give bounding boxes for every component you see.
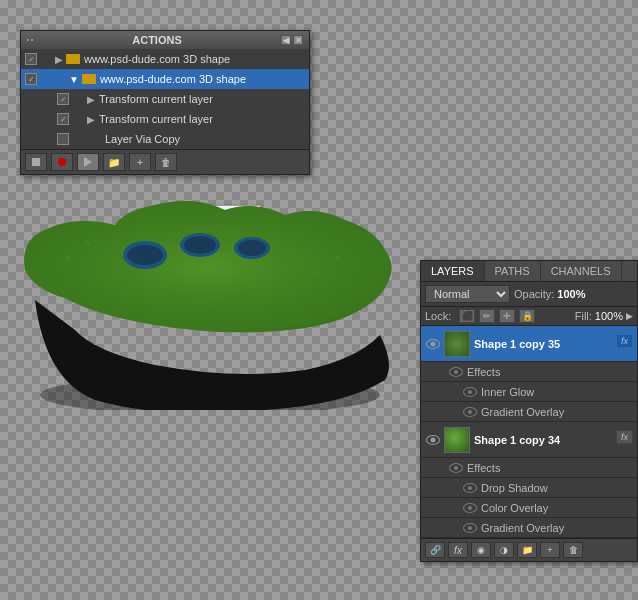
new-layer-btn[interactable]: +	[540, 542, 560, 558]
layers-panel-toolbar: 🔗 fx ◉ ◑ 📁 + 🗑	[421, 538, 637, 561]
layer-thumb-1	[444, 331, 470, 357]
action-row-3[interactable]: ▶ Transform current layer	[21, 89, 309, 109]
action-label-2: www.psd-dude.com 3D shape	[100, 73, 305, 85]
blend-mode-select[interactable]: Normal Multiply Screen	[425, 285, 510, 303]
panel-collapse-btn[interactable]: ◀	[281, 35, 291, 45]
adjustment-icon: ◑	[500, 545, 508, 555]
actions-panel-title: ACTIONS	[132, 34, 182, 46]
effect-row-effects-1[interactable]: Effects	[421, 362, 637, 382]
effect-row-effects-2[interactable]: Effects	[421, 458, 637, 478]
layer-name-1: Shape 1 copy 35	[474, 338, 633, 350]
effect-label-drop-shadow: Drop Shadow	[481, 482, 548, 494]
action-row-5[interactable]: Layer Via Copy	[21, 129, 309, 149]
layer-row-shape1copy35[interactable]: Shape 1 copy 35 fx	[421, 326, 637, 362]
layer-thumb-img-2	[445, 428, 469, 452]
effect-label-gradient-overlay-2: Gradient Overlay	[481, 522, 564, 534]
lock-image-btn[interactable]: ✏	[479, 309, 495, 323]
lock-all-btn[interactable]: 🔒	[519, 309, 535, 323]
layers-panel: LAYERS PATHS CHANNELS Normal Multiply Sc…	[420, 260, 638, 562]
effect-eye-icon-color-overlay	[463, 503, 477, 513]
new-group-btn[interactable]: 📁	[517, 542, 537, 558]
lock-position-icon: ✛	[503, 311, 511, 321]
fill-label: Fill:	[575, 310, 592, 322]
fill-control: Fill: 100% ▶	[575, 310, 633, 322]
layer-thumb-img-1	[445, 332, 469, 356]
panel-close-btn[interactable]: ✕	[293, 35, 303, 45]
fx-badge-2: fx	[616, 430, 633, 444]
lock-position-btn[interactable]: ✛	[499, 309, 515, 323]
link-icon: 🔗	[430, 545, 441, 555]
opacity-control: Opacity: 100%	[514, 288, 586, 300]
eye-icon-1	[426, 339, 440, 349]
effect-label-effects-1: Effects	[467, 366, 500, 378]
fx-badge-1: fx	[616, 334, 633, 348]
action-label-3: Transform current layer	[99, 93, 305, 105]
lock-transparent-icon: ⬛	[462, 311, 473, 321]
tab-channels[interactable]: CHANNELS	[541, 261, 622, 281]
layer-visibility-toggle-2[interactable]	[425, 432, 441, 448]
eye-icon-2	[426, 435, 440, 445]
action-row-group1[interactable]: ▶ www.psd-dude.com 3D shape	[21, 49, 309, 69]
effect-eye-icon-drop-shadow	[463, 483, 477, 493]
trash-icon: 🗑	[161, 157, 171, 168]
group-icon: 📁	[522, 545, 533, 555]
hole-3-inner	[238, 240, 266, 256]
record-button[interactable]	[51, 153, 73, 171]
lock-pixels-btn[interactable]: ⬛	[459, 309, 475, 323]
action-label-4: Transform current layer	[99, 113, 305, 125]
shape-grass-texture	[24, 201, 391, 332]
effect-label-gradient-overlay-1: Gradient Overlay	[481, 406, 564, 418]
style-icon: fx	[454, 545, 462, 556]
new-action-button[interactable]: +	[129, 153, 151, 171]
delete-action-button[interactable]: 🗑	[155, 153, 177, 171]
stop-button[interactable]	[25, 153, 47, 171]
fill-value[interactable]: 100%	[595, 310, 623, 322]
layer-thumb-2	[444, 427, 470, 453]
effect-row-gradient-overlay-2[interactable]: Gradient Overlay	[421, 518, 637, 538]
fill-arrow-icon[interactable]: ▶	[626, 311, 633, 321]
delete-layer-btn[interactable]: 🗑	[563, 542, 583, 558]
action-checkbox-marker-5	[72, 133, 84, 145]
tab-paths[interactable]: PATHS	[485, 261, 541, 281]
new-action-set-button[interactable]: 📁	[103, 153, 125, 171]
action-label-1: www.psd-dude.com 3D shape	[84, 53, 305, 65]
effect-eye-icon-effects-2	[449, 463, 463, 473]
add-style-btn[interactable]: fx	[448, 542, 468, 558]
action-checkbox-2[interactable]	[25, 73, 37, 85]
tab-layers[interactable]: LAYERS	[421, 261, 485, 281]
panel-resize-controls[interactable]	[27, 39, 33, 41]
action-checkbox-3[interactable]	[57, 93, 69, 105]
action-folder-icon-1	[66, 54, 80, 64]
add-mask-btn[interactable]: ◉	[471, 542, 491, 558]
effect-eye-icon-effects-1	[449, 367, 463, 377]
effect-label-effects-2: Effects	[467, 462, 500, 474]
action-checkbox-1[interactable]	[25, 53, 37, 65]
effect-row-drop-shadow[interactable]: Drop Shadow	[421, 478, 637, 498]
action-checkbox-5[interactable]	[57, 133, 69, 145]
layer-visibility-toggle-1[interactable]	[425, 336, 441, 352]
layers-panel-tabs: LAYERS PATHS CHANNELS	[421, 261, 637, 282]
action-checkbox-4[interactable]	[57, 113, 69, 125]
lock-image-icon: ✏	[483, 311, 491, 321]
play-icon	[84, 157, 92, 167]
lock-fill-row: Lock: ⬛ ✏ ✛ 🔒 Fill: 100% ▶	[421, 307, 637, 326]
opacity-value[interactable]: 100%	[557, 288, 585, 300]
layer-row-shape1copy34[interactable]: Shape 1 copy 34 fx	[421, 422, 637, 458]
action-row-group2[interactable]: ▼ www.psd-dude.com 3D shape	[21, 69, 309, 89]
effect-row-inner-glow[interactable]: Inner Glow	[421, 382, 637, 402]
actions-panel: ACTIONS ◀ ✕ ▶ www.psd-dude.com 3D shape …	[20, 30, 310, 175]
action-checkbox-marker-1	[40, 53, 52, 65]
layers-blend-opacity-row: Normal Multiply Screen Opacity: 100%	[421, 282, 637, 307]
link-layers-btn[interactable]: 🔗	[425, 542, 445, 558]
action-label-5: Layer Via Copy	[87, 133, 305, 145]
effect-row-color-overlay[interactable]: Color Overlay	[421, 498, 637, 518]
actions-panel-header: ACTIONS ◀ ✕	[21, 31, 309, 49]
layer-info-1: Shape 1 copy 35	[474, 338, 633, 350]
play-button[interactable]	[77, 153, 99, 171]
effect-row-gradient-overlay-1[interactable]: Gradient Overlay	[421, 402, 637, 422]
layer-info-2: Shape 1 copy 34	[474, 434, 633, 446]
new-adjustment-btn[interactable]: ◑	[494, 542, 514, 558]
action-row-4[interactable]: ▶ Transform current layer	[21, 109, 309, 129]
layer-name-2: Shape 1 copy 34	[474, 434, 633, 446]
actions-toolbar: 📁 + 🗑	[21, 149, 309, 174]
